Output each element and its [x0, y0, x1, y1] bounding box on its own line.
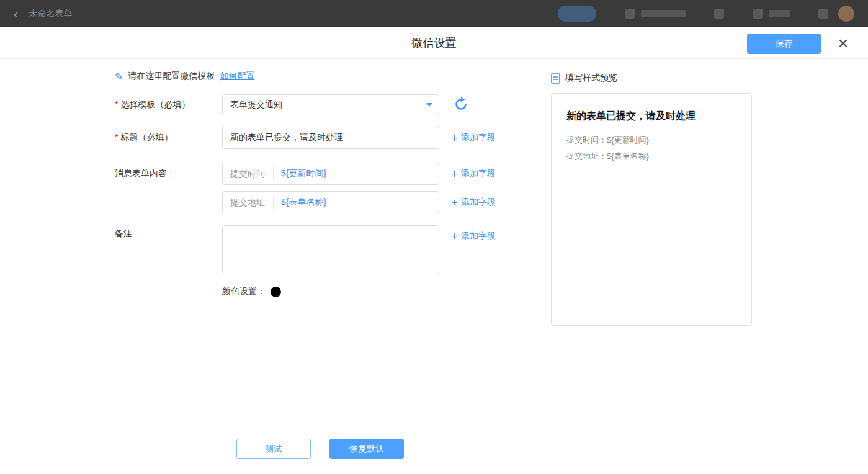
content-key-1: 提交时间 [223, 167, 274, 181]
topbar-help-icon[interactable] [753, 9, 763, 19]
preview-panel: 填写样式预览 新的表单已提交，请及时处理 提交时间：${更新时间} 提交地址：$… [551, 73, 752, 326]
preview-card: 新的表单已提交，请及时处理 提交时间：${更新时间} 提交地址：${表单名称} [551, 93, 752, 326]
add-field-link[interactable]: + 添加字段 [451, 197, 496, 208]
preview-header: 填写样式预览 [551, 73, 752, 84]
title-label: *标题（必填） [115, 132, 222, 143]
save-button[interactable]: 保存 [747, 34, 821, 54]
how-to-configure-link[interactable]: 如何配置 [220, 71, 254, 82]
remark-textarea[interactable] [222, 225, 439, 274]
template-select[interactable]: 表单提交通知 [222, 94, 439, 115]
form-title: 未命名表单 [29, 8, 73, 19]
content-value-input-1[interactable] [274, 169, 439, 179]
topbar-primary-pill-button[interactable] [558, 6, 596, 22]
refresh-button[interactable] [453, 97, 469, 113]
refresh-icon [454, 97, 468, 112]
footer-buttons: 测试 恢复默认 [115, 439, 526, 459]
content-row-2: 提交地址 + 添加字段 [115, 191, 526, 213]
add-field-link[interactable]: + 添加字段 [451, 168, 496, 180]
required-asterisk: * [115, 132, 118, 142]
content-field-2: 提交地址 [222, 191, 439, 213]
content-value-input-2[interactable] [274, 197, 439, 207]
plus-icon: + [451, 132, 458, 144]
title-input[interactable] [222, 127, 439, 149]
topbar-help-label[interactable] [769, 10, 790, 17]
template-row: *选择模板（必填） 表单提交通知 [115, 94, 526, 115]
config-hint-text: 请在这里配置微信模板 [128, 71, 215, 82]
topbar-notification-icon[interactable] [818, 9, 828, 19]
footer-divider [115, 424, 526, 424]
color-swatch[interactable] [271, 287, 281, 297]
restore-default-button[interactable]: 恢复默认 [329, 439, 404, 459]
back-icon[interactable]: ‹ [14, 7, 18, 20]
topbar-action-label[interactable] [641, 10, 686, 17]
plus-icon: + [451, 168, 458, 180]
dialog-header: 微信设置 保存 × [0, 27, 868, 59]
color-setting-label: 颜色设置： [222, 286, 266, 297]
add-field-link[interactable]: + 添加字段 [451, 132, 496, 144]
preview-line: 提交地址：${表单名称} [566, 148, 736, 164]
close-icon[interactable]: × [832, 30, 854, 57]
pencil-icon: ✎ [115, 71, 123, 83]
avatar[interactable] [838, 6, 854, 22]
test-button[interactable]: 测试 [236, 439, 311, 459]
preview-header-label: 填写样式预览 [565, 73, 617, 84]
topbar-tool-icon[interactable] [714, 9, 724, 19]
remark-row: 备注 + 添加字段 [115, 225, 526, 274]
plus-icon: + [451, 230, 458, 242]
app-topbar: ‹ 未命名表单 [0, 0, 868, 27]
topbar-action-icon[interactable] [625, 9, 635, 19]
plus-icon: + [451, 197, 458, 208]
remark-label: 备注 [115, 225, 222, 239]
title-row: *标题（必填） + 添加字段 [115, 127, 526, 149]
template-label: *选择模板（必填） [115, 99, 222, 110]
vertical-dashed-divider [526, 62, 526, 342]
dialog-title: 微信设置 [0, 27, 868, 59]
content-key-2: 提交地址 [223, 195, 274, 209]
content-field-1: 提交时间 [222, 163, 439, 185]
document-icon [551, 73, 560, 84]
content-row-1: 消息表单内容 提交时间 + 添加字段 [115, 163, 526, 185]
add-field-link[interactable]: + 添加字段 [451, 230, 496, 242]
config-hint-row: ✎ 请在这里配置微信模板 如何配置 [115, 69, 526, 83]
chevron-down-icon[interactable] [419, 95, 439, 115]
wechat-config-panel: ✎ 请在这里配置微信模板 如何配置 *选择模板（必填） 表单提交通知 *标题（必… [115, 69, 526, 297]
content-label: 消息表单内容 [115, 163, 222, 179]
color-setting-row: 颜色设置： [222, 286, 526, 297]
required-asterisk: * [115, 99, 118, 109]
template-select-value: 表单提交通知 [223, 99, 419, 110]
preview-line: 提交时间：${更新时间} [566, 132, 736, 148]
preview-title: 新的表单已提交，请及时处理 [566, 110, 736, 123]
